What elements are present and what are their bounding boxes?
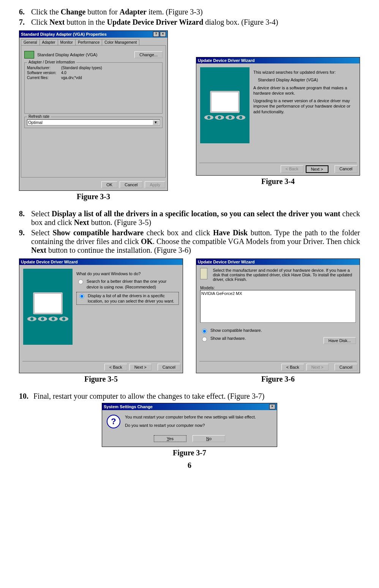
radio-show-all[interactable]: Show all hardware. xyxy=(200,336,262,342)
disc-icon xyxy=(226,115,235,120)
titlebar: System Settings Change × xyxy=(102,403,277,410)
message-line-2: Do you want to restart your computer now… xyxy=(125,423,256,428)
back-button[interactable]: < Back xyxy=(281,165,303,173)
models-listbox[interactable]: NVIDIA GeForce2 MX xyxy=(200,290,356,323)
disc-icon xyxy=(236,115,245,120)
dialog-title: Update Device Driver Wizard xyxy=(198,58,255,63)
tab-general[interactable]: General xyxy=(21,39,40,45)
current-files-value: vga.drv,*vdd xyxy=(61,76,82,80)
radio-show-compatible[interactable]: Show compatible hardware. xyxy=(200,328,262,334)
dialog-title: System Settings Change xyxy=(104,404,153,409)
next-button[interactable]: Next > xyxy=(306,364,328,371)
tab-color-management[interactable]: Color Management xyxy=(102,39,139,45)
step-10-body: Final, restart your computer to allow th… xyxy=(33,392,360,401)
refresh-rate-group: Refresh rate Optimal ▼ xyxy=(24,117,163,128)
step-6-number: 6. xyxy=(19,8,31,16)
radio-input[interactable] xyxy=(79,294,84,299)
tab-pane: Standard Display Adapter (VGA) Change...… xyxy=(21,45,166,178)
radio-display-list[interactable]: Display a list of all the drivers in a s… xyxy=(76,292,179,305)
step-9: 9. Select Show compatible hardware check… xyxy=(19,228,360,255)
software-version-value: 4.0 xyxy=(61,71,66,75)
have-disk-button[interactable]: Have Disk... xyxy=(324,337,356,344)
cancel-button[interactable]: Cancel xyxy=(335,165,357,173)
figure-3-5: Update Device Driver Wizard What do you … xyxy=(19,258,183,384)
figure-3-3-caption: Figure 3-3 xyxy=(77,192,110,201)
step-9-number: 9. xyxy=(19,228,31,255)
step-6-body: Click the Change button for Adapter item… xyxy=(31,8,360,16)
figure-3-7: System Settings Change × ? You must rest… xyxy=(19,403,360,457)
wizard-dialog-1: Update Device Driver Wizard This wizard … xyxy=(196,57,360,176)
dialog-buttons: YYeses NNoo xyxy=(102,433,277,447)
wizard-dialog-2: Update Device Driver Wizard What do you … xyxy=(19,258,183,373)
cancel-button[interactable]: Cancel xyxy=(158,364,180,371)
figure-3-4-caption: Figure 3-4 xyxy=(261,177,295,186)
refresh-rate-dropdown[interactable]: Optimal ▼ xyxy=(27,119,160,125)
step-10-number: 10. xyxy=(19,392,33,401)
device-icon xyxy=(200,268,207,279)
step-7-body: Click Next button in the Update Device D… xyxy=(31,18,360,27)
next-button[interactable]: Next > xyxy=(129,364,152,371)
figures-row-2: Update Device Driver Wizard What do you … xyxy=(19,258,360,384)
wizard-buttons: < Back Next > Cancel xyxy=(196,361,360,373)
titlebar: Update Device Driver Wizard xyxy=(196,57,360,63)
refresh-rate-value: Optimal xyxy=(28,120,43,125)
software-version-label: Software version: xyxy=(27,71,61,75)
chevron-down-icon: ▼ xyxy=(153,120,159,125)
wizard-buttons: < Back Next > Cancel xyxy=(196,163,360,175)
titlebar: Standard Display Adapter (VGA) Propertie… xyxy=(19,31,167,38)
step-8-number: 8. xyxy=(19,209,31,227)
ok-button[interactable]: OK xyxy=(101,181,117,188)
dialog-title: Update Device Driver Wizard xyxy=(198,260,255,264)
radio-input[interactable] xyxy=(202,329,207,334)
tab-performance[interactable]: Performance xyxy=(75,39,102,45)
tab-adapter[interactable]: Adapter xyxy=(39,39,58,45)
page-number: 6 xyxy=(19,461,360,470)
list-item[interactable]: NVIDIA GeForce2 MX xyxy=(201,291,355,296)
models-label: Models: xyxy=(200,285,356,290)
no-button[interactable]: NNoo xyxy=(193,435,225,442)
device-name: Standard Display Adapter (VGA) xyxy=(258,77,356,82)
back-button[interactable]: < Back xyxy=(104,364,127,371)
radio-input[interactable] xyxy=(202,337,207,342)
back-button[interactable]: < Back xyxy=(281,364,304,371)
wizard-buttons: < Back Next > Cancel xyxy=(19,361,183,373)
figure-3-3: Standard Display Adapter (VGA) Propertie… xyxy=(19,30,168,201)
radio-input[interactable] xyxy=(78,279,83,284)
question-icon: ? xyxy=(107,415,120,428)
cancel-button[interactable]: Cancel xyxy=(120,181,142,188)
monitor-icon xyxy=(33,292,63,314)
figure-3-6: Update Device Driver Wizard Select the m… xyxy=(196,258,360,384)
driver-info-group: Adapter / Driver information Manufacture… xyxy=(24,62,163,114)
yes-button[interactable]: YYeses xyxy=(154,435,186,442)
radio-search-better[interactable]: Search for a better driver than the one … xyxy=(76,279,179,290)
properties-dialog: Standard Display Adapter (VGA) Propertie… xyxy=(19,30,168,191)
step-10: 10. Final, restart your computer to allo… xyxy=(19,392,360,401)
dialog-title: Standard Display Adapter (VGA) Propertie… xyxy=(21,32,107,36)
system-settings-dialog: System Settings Change × ? You must rest… xyxy=(102,403,277,447)
tab-monitor[interactable]: Monitor xyxy=(58,39,76,45)
help-icon[interactable]: ? xyxy=(153,32,159,37)
disc-icon xyxy=(215,115,224,120)
close-icon[interactable]: × xyxy=(160,32,166,37)
figure-3-4: Update Device Driver Wizard This wizard … xyxy=(196,30,360,201)
cancel-button[interactable]: Cancel xyxy=(335,364,357,371)
wizard-dialog-3: Update Device Driver Wizard Select the m… xyxy=(196,258,360,373)
apply-button[interactable]: Apply xyxy=(145,181,165,188)
disc-icon xyxy=(204,115,213,120)
step-7: 7. Click Next button in the Update Devic… xyxy=(19,18,360,27)
change-button[interactable]: Change... xyxy=(134,51,163,58)
disc-icon xyxy=(38,317,47,321)
message-line-1: You must restart your computer before th… xyxy=(125,415,256,419)
next-button[interactable]: Next > xyxy=(306,165,328,173)
disc-icon xyxy=(59,317,68,321)
disc-icon xyxy=(49,317,58,321)
figures-row-1: Standard Display Adapter (VGA) Propertie… xyxy=(19,30,360,201)
wizard-text: What do you want Windows to do? Search f… xyxy=(76,269,179,357)
figure-3-7-caption: Figure 3-7 xyxy=(173,449,206,457)
manufacturer-value: (Standard display types) xyxy=(61,66,102,70)
figure-3-5-caption: Figure 3-5 xyxy=(84,375,118,384)
wizard-graphic xyxy=(200,67,250,143)
close-icon[interactable]: × xyxy=(269,404,275,409)
step-8: 8. Select Display a list of all the driv… xyxy=(19,209,360,227)
wizard-graphic xyxy=(23,269,73,345)
